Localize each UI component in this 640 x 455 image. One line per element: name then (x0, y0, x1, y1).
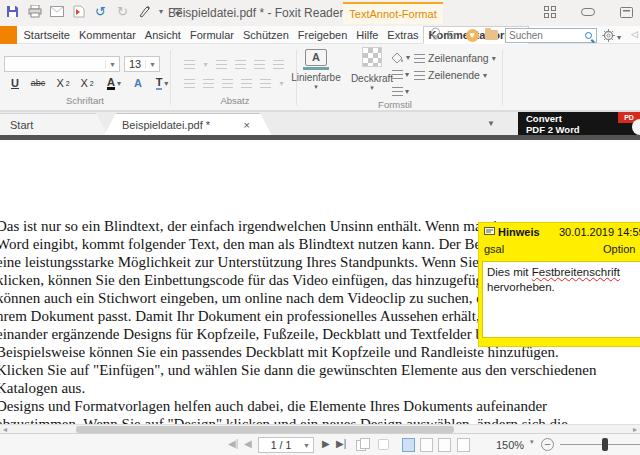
distribute-icon[interactable] (260, 79, 271, 88)
tab-freigeben[interactable]: Freigeben (293, 27, 352, 44)
line-end-icon (414, 71, 425, 80)
email-icon[interactable] (49, 4, 64, 19)
folder-search-icon[interactable] (485, 30, 498, 40)
page-number-caret[interactable]: ▼ (303, 442, 313, 449)
search-input[interactable] (506, 30, 585, 41)
bullet-list-icon[interactable] (184, 60, 195, 69)
opacity-button[interactable]: Deckkraft ▾ (346, 47, 398, 92)
text-line: abzustimmen. Wenn Sie auf "Design" klick… (0, 415, 596, 424)
tab-document[interactable]: Beispieldatei.pdf * × (104, 113, 272, 136)
line-end-button[interactable]: Zeilenende ▾ (414, 68, 487, 82)
fill-color-button[interactable]: ▾ (392, 50, 410, 64)
prev-page-icon[interactable]: ◀ (244, 438, 252, 449)
save-icon[interactable] (5, 4, 20, 19)
collapse-ribbon-icon[interactable]: ◁ (631, 29, 638, 39)
font-size-caret[interactable]: ▼ (145, 61, 159, 68)
group-label-absatz: Absatz (190, 95, 280, 106)
fill-color-caret[interactable]: ▾ (406, 53, 410, 62)
subscript-button[interactable]: X2 (78, 75, 96, 91)
underline-button[interactable]: U (8, 75, 22, 91)
font-name-combo[interactable]: ▼ (4, 56, 120, 72)
font-name-caret[interactable]: ▼ (105, 61, 119, 68)
create-pdf-icon[interactable] (71, 4, 86, 19)
redo-icon[interactable]: ↻ (115, 4, 130, 19)
strikethrough-button[interactable]: abc (28, 75, 48, 91)
line-start-caret[interactable]: ▾ (492, 54, 496, 63)
tab-start-page[interactable]: Start (0, 113, 108, 136)
line-end-caret[interactable]: ▾ (483, 71, 487, 80)
line-spacing-icon[interactable] (222, 79, 233, 88)
opacity-caret[interactable]: ▾ (346, 84, 398, 92)
maximize-icon[interactable] (618, 5, 634, 19)
lightbulb-icon[interactable] (430, 26, 441, 44)
note-options-link[interactable]: Option (603, 243, 635, 255)
tab-ansicht[interactable]: Ansicht (140, 27, 185, 44)
signature-dropdown-caret[interactable]: ▾ (159, 7, 163, 16)
tab-schuetzen[interactable]: Schützen (238, 27, 293, 44)
text-line: Klicken Sie auf "Einfügen", und wählen S… (0, 361, 596, 379)
align-center-icon[interactable] (235, 60, 246, 69)
line-width-caret[interactable]: ▾ (405, 87, 409, 96)
workspace-grid-icon[interactable] (542, 5, 558, 19)
char-spacing-button[interactable]: A (130, 75, 146, 91)
minimize-icon[interactable] (580, 5, 596, 19)
font-color-caret[interactable]: ▾ (117, 79, 121, 88)
line-color-button[interactable]: A Linienfarbe ▾ (290, 47, 342, 91)
facing-view-icon[interactable] (438, 438, 451, 452)
char-scale-icon[interactable] (241, 79, 252, 88)
note-annotation-popup[interactable]: Hinweis 30.01.2019 14:59: gsal Option Di… (478, 222, 640, 347)
font-color-button[interactable]: A▾ (102, 75, 126, 91)
next-page-icon[interactable]: ▶ (322, 438, 330, 449)
align-justify-icon[interactable] (273, 60, 284, 69)
font-size-combo[interactable]: 13▼ (124, 56, 160, 72)
gear-dropdown-caret[interactable]: ▾ (617, 33, 621, 42)
zoom-caret[interactable]: ▾ (530, 438, 534, 446)
convert-ad-banner[interactable]: Convert PDF 2 Word PD (518, 112, 640, 136)
align-right-icon[interactable] (254, 60, 265, 69)
continuous-view-icon[interactable] (420, 438, 433, 452)
line-color-bar (303, 67, 329, 70)
align-left-icon[interactable] (216, 60, 227, 69)
heart-icon[interactable]: ♥ (466, 29, 479, 42)
hand-signature-icon[interactable] (137, 4, 152, 19)
tab-hilfe[interactable]: Hilfe (352, 27, 383, 44)
print-icon[interactable] (27, 4, 42, 19)
search-box (505, 28, 597, 43)
zoom-level-label[interactable]: 150% (496, 439, 524, 451)
line-style-caret[interactable]: ▾ (405, 70, 409, 79)
tab-kommentar[interactable]: Kommentar (74, 27, 140, 44)
foxit-reader-window: ↺ ↻ ▾ Beispieldatei.pdf * - Foxit Reader… (0, 0, 640, 455)
indent-decrease-icon[interactable] (184, 79, 195, 88)
scrollbar-thumb[interactable] (76, 426, 454, 433)
zoom-slider-track[interactable] (560, 444, 640, 445)
continuous-facing-view-icon[interactable] (457, 438, 470, 452)
line-color-caret[interactable]: ▾ (290, 83, 342, 91)
text-style-caret[interactable]: ▾ (164, 79, 168, 88)
tab-startseite[interactable]: Startseite (19, 27, 74, 44)
note-body[interactable]: Dies mit Festbreitenschrift hervorheben. (482, 261, 640, 338)
zoom-out-icon[interactable]: − (541, 438, 554, 451)
file-menu-button[interactable] (0, 26, 17, 44)
undo-icon[interactable]: ↺ (93, 4, 108, 19)
tab-close-icon[interactable]: × (244, 114, 250, 136)
distribute-caret[interactable]: ▾ (279, 79, 283, 88)
line-style-button[interactable]: ▾ (392, 67, 409, 81)
line-width-button[interactable]: ▾ (392, 84, 409, 98)
tab-extras[interactable]: Extras (383, 27, 423, 44)
bullet-list-caret[interactable]: ▾ (203, 60, 207, 69)
zoom-slider-thumb[interactable] (602, 438, 608, 451)
indent-increase-icon[interactable] (203, 79, 214, 88)
horizontal-scrollbar[interactable]: ◂ ▸ (0, 424, 640, 433)
tab-list-caret[interactable]: ▼ (487, 119, 495, 128)
superscript-button[interactable]: X2 (54, 75, 72, 91)
contextual-tab-header[interactable]: TextAnnot-Format (343, 2, 443, 24)
last-page-icon[interactable]: ▶| (336, 438, 346, 449)
page-number-box[interactable]: 1 / 1 ▼ (258, 437, 314, 453)
tab-formular[interactable]: Formular (185, 27, 238, 44)
line-start-button[interactable]: Zeilenanfang ▾ (414, 51, 496, 65)
first-page-icon[interactable]: ◀| (228, 438, 238, 449)
prev-view-icon[interactable] (356, 438, 370, 453)
single-page-view-icon[interactable] (402, 438, 415, 452)
next-view-icon[interactable] (376, 438, 390, 453)
search-icon[interactable] (585, 32, 592, 39)
